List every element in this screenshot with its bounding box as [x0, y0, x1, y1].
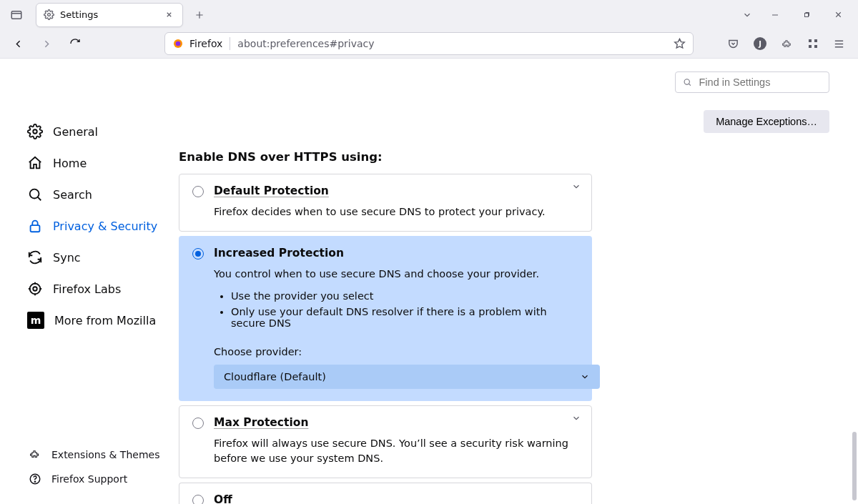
radio-max[interactable]	[192, 417, 204, 429]
extensions-icon[interactable]	[781, 38, 793, 50]
reload-button[interactable]	[64, 33, 86, 54]
dns-increased-bullets: Use the provider you select Only use you…	[218, 290, 578, 329]
new-tab-button[interactable]	[189, 4, 210, 26]
forward-button	[36, 33, 57, 54]
sidebar-link-label: Extensions & Themes	[51, 449, 159, 460]
radio-off[interactable]	[192, 495, 204, 504]
svg-rect-2	[805, 13, 809, 16]
radio-increased[interactable]	[192, 248, 204, 260]
window-minimize-button[interactable]	[768, 8, 782, 22]
sidebar-item-label: Privacy & Security	[53, 219, 157, 233]
dns-provider-select[interactable]: Cloudflare (Default)	[214, 365, 600, 389]
close-tab-icon[interactable]	[162, 9, 175, 21]
window-controls	[768, 8, 858, 22]
url-bar[interactable]: Firefox about:preferences#privacy	[164, 32, 694, 55]
dns-option-title: Default Protection	[214, 184, 329, 197]
chevron-down-icon[interactable]	[571, 413, 581, 423]
identity-label: Firefox	[189, 38, 222, 49]
window-restore-button[interactable]	[799, 8, 814, 22]
apps-grid-icon[interactable]	[807, 38, 819, 49]
radio-default[interactable]	[192, 186, 204, 197]
titlebar: Settings	[0, 0, 858, 29]
chevron-down-icon	[580, 372, 590, 382]
window-close-button[interactable]	[831, 8, 845, 22]
sidebar-item-label: Firefox Labs	[53, 282, 121, 296]
url-text: about:preferences#privacy	[237, 38, 666, 49]
svg-rect-11	[31, 225, 40, 232]
svg-point-15	[34, 481, 35, 482]
manage-exceptions-button[interactable]: Manage Exceptions…	[704, 110, 829, 133]
site-identity[interactable]: Firefox	[172, 38, 222, 49]
settings-search-field[interactable]	[697, 76, 822, 89]
svg-rect-8	[814, 45, 817, 48]
sidebar-item-label: More from Mozilla	[54, 314, 156, 327]
dns-heading: Enable DNS over HTTPS using:	[179, 150, 592, 164]
dns-option-title: Increased Protection	[214, 247, 344, 260]
sidebar-item-search[interactable]: Search	[27, 179, 179, 210]
mozilla-logo-icon: m	[27, 312, 44, 329]
svg-point-9	[33, 129, 37, 134]
list-all-tabs-button[interactable]	[736, 4, 758, 26]
dns-bullet: Use the provider you select	[231, 290, 578, 302]
content-scrollbar[interactable]	[852, 432, 857, 500]
sidebar-item-label: Home	[53, 157, 87, 170]
account-button[interactable]: J	[754, 37, 766, 50]
chevron-down-icon[interactable]	[571, 182, 581, 192]
sidebar-item-privacy-security[interactable]: Privacy & Security	[27, 210, 179, 242]
svg-point-4	[176, 41, 181, 46]
toolbar-right: J	[727, 37, 851, 50]
firefox-logo-icon	[172, 38, 184, 49]
bookmark-star-icon[interactable]	[674, 38, 686, 50]
sidebar-link-label: Firefox Support	[51, 473, 127, 485]
svg-rect-0	[11, 11, 21, 19]
app-menu-icon[interactable]	[833, 38, 845, 50]
tab-actions-left	[0, 4, 33, 26]
sidebar-link-extensions-themes[interactable]: Extensions & Themes	[29, 443, 159, 467]
settings-sidebar: General Home Search Privacy & Security S…	[0, 59, 179, 504]
browser-tab-active[interactable]: Settings	[36, 3, 183, 27]
tab-title: Settings	[60, 9, 157, 20]
dns-provider-label: Choose provider:	[214, 346, 578, 357]
dns-option-off[interactable]: Off	[179, 483, 592, 504]
dns-option-increased[interactable]: Increased Protection You control when to…	[179, 236, 592, 401]
search-icon	[683, 77, 691, 87]
back-button[interactable]	[7, 33, 29, 54]
dns-option-max[interactable]: Max Protection Firefox will always use s…	[179, 405, 592, 478]
sidebar-item-sync[interactable]: Sync	[27, 242, 179, 273]
recent-pages-icon[interactable]	[6, 4, 27, 26]
dns-option-default[interactable]: Default Protection Firefox decides when …	[179, 174, 592, 232]
sidebar-item-label: Sync	[53, 251, 81, 265]
nav-toolbar: Firefox about:preferences#privacy J	[0, 29, 858, 59]
settings-search-input[interactable]	[675, 71, 829, 93]
settings-page: General Home Search Privacy & Security S…	[0, 59, 858, 504]
urlbar-separator	[230, 37, 230, 50]
svg-point-10	[30, 189, 39, 199]
sidebar-item-firefox-labs[interactable]: Firefox Labs	[27, 273, 179, 305]
sidebar-link-firefox-support[interactable]: Firefox Support	[29, 467, 159, 491]
svg-rect-6	[814, 39, 817, 42]
svg-point-12	[33, 287, 37, 291]
svg-point-16	[684, 79, 689, 84]
dns-option-desc: Firefox will always use secure DNS. You’…	[214, 436, 578, 466]
sidebar-item-general[interactable]: General	[27, 116, 179, 147]
sidebar-footer: Extensions & Themes Firefox Support	[29, 443, 159, 491]
sidebar-item-home[interactable]: Home	[27, 147, 179, 179]
svg-rect-7	[809, 45, 812, 48]
dns-option-title: Off	[214, 493, 232, 504]
dns-option-desc: You control when to use secure DNS and c…	[214, 267, 578, 282]
sidebar-item-label: Search	[53, 188, 92, 202]
dns-option-title: Max Protection	[214, 416, 308, 429]
svg-point-1	[48, 14, 51, 16]
svg-point-13	[30, 284, 41, 295]
sidebar-item-more-mozilla[interactable]: m More from Mozilla	[27, 305, 179, 336]
gear-icon	[44, 9, 54, 20]
dns-bullet: Only use your default DNS resolver if th…	[231, 306, 578, 329]
pocket-icon[interactable]	[727, 38, 739, 50]
settings-content: Manage Exceptions… Enable DNS over HTTPS…	[179, 59, 858, 504]
dns-option-desc: Firefox decides when to use secure DNS t…	[214, 204, 578, 219]
svg-rect-5	[809, 39, 812, 42]
dns-provider-value: Cloudflare (Default)	[224, 371, 326, 382]
sidebar-item-label: General	[53, 125, 98, 139]
